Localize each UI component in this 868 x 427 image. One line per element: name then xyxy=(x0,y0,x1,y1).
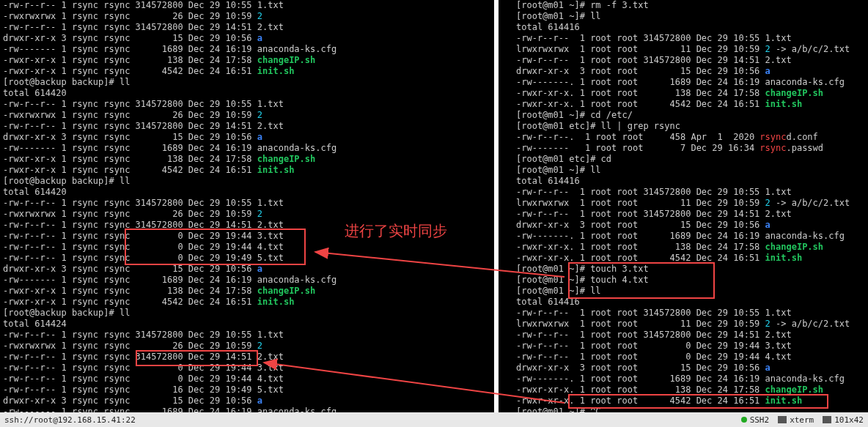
terminal-text: init.sh xyxy=(257,297,295,307)
terminal-text: -rw-r--r-- 1 rsync rsync 0 Dec 29 19:44 … xyxy=(3,242,284,252)
terminal-text: -rw-r--r-- 1 rsync rsync 314572800 Dec 2… xyxy=(3,220,284,230)
terminal-text: .passwd xyxy=(786,143,823,153)
terminal-text: -> a/b/c/2.txt xyxy=(770,198,850,208)
terminal-text: changeIP.sh xyxy=(765,88,823,98)
terminal-text: [root@backup backup]# ll xyxy=(3,176,130,186)
terminal-text: total 614416 xyxy=(516,22,580,32)
size-icon xyxy=(823,416,831,423)
terminal-text: total 614420 xyxy=(3,187,67,197)
terminal-text: -rwxrwxrwx 1 rsync rsync 26 Dec 29 10:59 xyxy=(3,209,257,219)
terminal-text: -rwxr-xr-x. 1 root root 4542 Dec 24 16:5… xyxy=(516,99,765,109)
terminal-text: [root@m01 ~]# ll xyxy=(516,286,601,296)
terminal-text: -> a/b/c/2.txt xyxy=(770,319,850,329)
terminal-text: init.sh xyxy=(257,165,295,175)
terminal-text: [root@m01 etc]# cd xyxy=(516,154,611,164)
terminal-text: [root@m01 ~]# cd /etc/ xyxy=(516,110,633,120)
terminal-text: drwxr-xr-x 3 rsync rsync 15 Dec 29 10:56 xyxy=(3,132,257,142)
terminal-text: -rw------- 1 rsync rsync 1689 Dec 24 16:… xyxy=(3,275,336,285)
terminal-text: a xyxy=(765,220,770,230)
terminal-text: 2 xyxy=(257,341,262,351)
terminal-text: 2 xyxy=(765,319,770,329)
terminal-text: -rw-------. 1 root root 1689 Dec 24 16:1… xyxy=(516,77,845,87)
terminal-text: 2 xyxy=(257,209,262,219)
terminal-text: lrwxrwxrwx 1 root root 11 Dec 29 10:59 xyxy=(516,198,765,208)
terminal-text: drwxr-xr-x 3 root root 15 Dec 29 10:56 xyxy=(516,220,765,230)
terminal-text: -rw-r--r-- 1 root root 314572800 Dec 29 … xyxy=(516,209,792,219)
terminal-text: -rw------- 1 rsync rsync 1689 Dec 24 16:… xyxy=(3,143,336,153)
terminal-text: -rw-r--r-- 1 rsync rsync 314572800 Dec 2… xyxy=(3,99,284,109)
terminal-text: lrwxrwxrwx 1 root root 11 Dec 29 10:59 xyxy=(516,319,765,329)
status-path: ssh://root@192.168.15.41:22 xyxy=(4,415,732,425)
terminal-text: -rwxr-xr-x 1 rsync rsync 138 Dec 24 17:5… xyxy=(3,55,257,65)
terminal-text: -rwxr-xr-x 1 rsync rsync 4542 Dec 24 16:… xyxy=(3,297,257,307)
terminal-text: drwxr-xr-x 3 rsync rsync 15 Dec 29 10:56 xyxy=(3,33,257,43)
terminal-text: -rw-r--r-- 1 rsync rsync 314572800 Dec 2… xyxy=(3,352,284,362)
terminal-text: -rwxrwxrwx 1 rsync rsync 26 Dec 29 10:59 xyxy=(3,11,257,21)
terminal-text: 2 xyxy=(765,44,770,54)
terminal-text: -rw-r--r-- 1 root root 0 Dec 29 19:44 4.… xyxy=(516,352,792,362)
terminal-text: -rwxr-xr-x. 1 root root 4542 Dec 24 16:5… xyxy=(516,253,765,263)
status-ssh: SSH2 xyxy=(741,415,770,425)
terminal-text: -rwxr-xr-x. 1 root root 4542 Dec 24 16:5… xyxy=(516,396,765,406)
terminal-text: -rw-r--r-- 1 rsync rsync 314572800 Dec 2… xyxy=(3,330,284,340)
terminal-text: [root@m01 ~]# rm -f 3.txt xyxy=(516,0,649,10)
terminal-text: -rw-r--r-- 1 root root 0 Dec 29 19:44 3.… xyxy=(516,341,792,351)
terminal-text: -rw-------. 1 root root 1689 Dec 24 16:1… xyxy=(516,374,845,384)
term-icon xyxy=(778,416,787,423)
terminal-text: -rw------- 1 rsync rsync 1689 Dec 24 16:… xyxy=(3,406,336,412)
terminal-text: -rw------- 1 rsync rsync 1689 Dec 24 16:… xyxy=(3,44,336,54)
terminal-text: 2 xyxy=(257,110,262,120)
terminal-text: a xyxy=(765,363,770,373)
terminal-text: rsync xyxy=(760,143,786,153)
terminal-text: -rw-r--r-- 1 rsync rsync 0 Dec 29 19:49 … xyxy=(3,253,284,263)
terminal-text: -rwxr-xr-x 1 rsync rsync 138 Dec 24 17:5… xyxy=(3,286,257,296)
terminal-text: changeIP.sh xyxy=(257,55,315,65)
status-size: 101x42 xyxy=(823,415,864,425)
pane-divider[interactable] xyxy=(499,0,513,412)
terminal-text: -rw-r--r-- 1 root root 314572800 Dec 29 … xyxy=(516,187,792,197)
terminal-text: drwxr-xr-x 3 rsync rsync 15 Dec 29 10:56 xyxy=(3,396,257,406)
terminal-text: -rwxr-xr-x 1 rsync rsync 4542 Dec 24 16:… xyxy=(3,165,257,175)
terminal-text: changeIP.sh xyxy=(257,154,315,164)
terminal-text: -rw-r--r-- 1 root root 314572800 Dec 29 … xyxy=(516,55,792,65)
terminal-text: -rwxr-xr-x 1 rsync rsync 138 Dec 24 17:5… xyxy=(3,154,257,164)
terminal-text: total 614424 xyxy=(3,319,67,329)
terminal-text: a xyxy=(257,396,262,406)
ssh-status-icon xyxy=(741,417,747,423)
terminal-text: a xyxy=(257,33,262,43)
terminal-text: -rwxr-xr-x. 1 root root 138 Dec 24 17:58 xyxy=(516,88,765,98)
terminal-text: a xyxy=(257,132,262,142)
terminal-text: total 614420 xyxy=(3,88,67,98)
terminal-text: -rw-r--r-- 1 rsync rsync 314572800 Dec 2… xyxy=(3,0,284,10)
terminal-right[interactable]: [root@m01 ~]# rm -f 3.txt [root@m01 ~]# … xyxy=(513,0,868,412)
terminal-text: a xyxy=(257,264,262,274)
terminal-text: 2 xyxy=(765,198,770,208)
terminal-text: total 614416 xyxy=(516,176,580,186)
terminal-text: -rwxr-xr-x. 1 root root 138 Dec 24 17:58 xyxy=(516,385,765,395)
terminal-panes: -rw-r--r-- 1 rsync rsync 314572800 Dec 2… xyxy=(0,0,868,412)
terminal-text: -rw------- 1 root root 7 Dec 29 16:34 xyxy=(516,143,760,153)
terminal-text: -rw-r--r-- 1 root root 314572800 Dec 29 … xyxy=(516,308,792,318)
terminal-text: changeIP.sh xyxy=(765,242,823,252)
terminal-text: drwxr-xr-x 3 rsync rsync 15 Dec 29 10:56 xyxy=(3,264,257,274)
terminal-text: -> a/b/c/2.txt xyxy=(770,44,850,54)
terminal-text: -rw-r--r-- 1 rsync rsync 314572800 Dec 2… xyxy=(3,22,284,32)
terminal-text: [root@m01 etc]# ll | grep rsync xyxy=(516,121,680,131)
terminal-text: -rw-r--r-- 1 rsync rsync 0 Dec 29 19:44 … xyxy=(3,363,284,373)
terminal-text: init.sh xyxy=(765,253,803,263)
terminal-text: init.sh xyxy=(765,99,803,109)
terminal-text: changeIP.sh xyxy=(257,286,315,296)
terminal-text: -rwxr-xr-x. 1 root root 138 Dec 24 17:58 xyxy=(516,242,765,252)
terminal-text: [root@m01 ~]# ll xyxy=(516,165,601,175)
terminal-text: d.conf xyxy=(786,132,817,142)
terminal-text: -rw-r--r-- 1 root root 314572800 Dec 29 … xyxy=(516,33,792,43)
terminal-text: [root@m01 ~]# ^C xyxy=(516,406,601,412)
terminal-left[interactable]: -rw-r--r-- 1 rsync rsync 314572800 Dec 2… xyxy=(0,0,499,412)
terminal-text: -rw-r--r-- 1 rsync rsync 0 Dec 29 19:44 … xyxy=(3,231,284,241)
terminal-text: changeIP.sh xyxy=(765,385,823,395)
terminal-text: -rw-r--r--. 1 root root 458 Apr 1 2020 xyxy=(516,132,760,142)
terminal-text: 2 xyxy=(257,11,262,21)
terminal-text: [root@backup backup]# ll xyxy=(3,77,130,87)
terminal-text: -rw-r--r-- 1 rsync rsync 314572800 Dec 2… xyxy=(3,121,284,131)
terminal-text: a xyxy=(765,66,770,76)
